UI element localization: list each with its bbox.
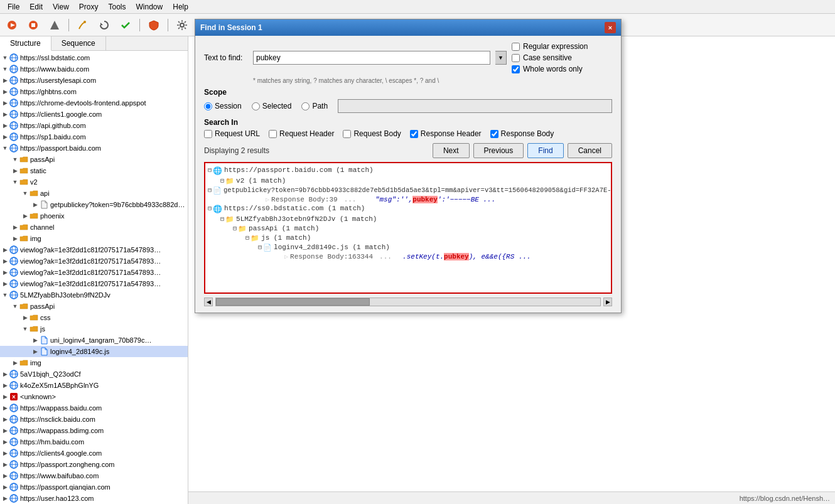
search-in-response-header: Response Header bbox=[410, 129, 482, 138]
find-dialog: Find in Session 1 × Text to find: ▼ Regu… bbox=[195, 19, 622, 313]
expand-icon-js[interactable]: ⊟ bbox=[245, 234, 249, 242]
dialog-body: Text to find: ▼ Regular expression Case … bbox=[195, 36, 621, 313]
request-body-label: Request Body bbox=[353, 129, 401, 138]
dialog-close-button[interactable]: × bbox=[605, 22, 616, 33]
response-icon-1: ▷ bbox=[266, 196, 269, 203]
scope-path-item: Path bbox=[301, 102, 328, 110]
request-url-label: Request URL bbox=[215, 129, 260, 138]
scroll-track[interactable] bbox=[215, 298, 601, 306]
result-file-gp-label: getpublickey?token=9b76cbbb4933c882de7eb… bbox=[224, 186, 612, 194]
whole-words-label: Whole words only bbox=[523, 65, 583, 73]
regular-expression-checkbox[interactable] bbox=[512, 43, 520, 51]
expand-icon-1[interactable]: ⊟ bbox=[208, 166, 212, 174]
folder-icon-5lmz: 📁 bbox=[225, 215, 234, 223]
whole-words-checkbox[interactable] bbox=[512, 65, 520, 73]
cancel-button[interactable]: Cancel bbox=[568, 143, 612, 158]
scope-selected-item: Selected bbox=[252, 102, 292, 110]
scope-radio-row: Session Selected Path bbox=[204, 99, 612, 113]
highlight-2: pubkey bbox=[444, 253, 469, 260]
whole-words-row: Whole words only bbox=[512, 65, 612, 73]
result-host-2[interactable]: ⊟ 🌐 https://ss0.bdstatic.com (1 match) bbox=[208, 204, 608, 215]
scope-path-radio[interactable] bbox=[301, 102, 310, 110]
search-in-request-body: Request Body bbox=[343, 129, 401, 138]
response-body-label: Response Body bbox=[501, 129, 554, 138]
expand-icon-passapi[interactable]: ⊟ bbox=[233, 225, 237, 232]
results-count: Displaying 2 results bbox=[204, 146, 269, 155]
response-header-label: Response Header bbox=[421, 129, 482, 138]
scope-session-label: Session bbox=[215, 102, 242, 110]
match-prefix-1: "msg":'', bbox=[358, 196, 412, 203]
regular-expression-row: Regular expression bbox=[512, 42, 612, 51]
expand-icon-5lmz[interactable]: ⊟ bbox=[220, 215, 224, 223]
match-prefix-2: .setKey(t. bbox=[394, 253, 444, 260]
scope-session-radio[interactable] bbox=[204, 102, 212, 110]
request-url-checkbox[interactable] bbox=[204, 130, 212, 138]
scope-selected-radio[interactable] bbox=[252, 102, 260, 110]
hint-text: * matches any string, ? matches any char… bbox=[253, 77, 612, 84]
next-button[interactable]: Next bbox=[433, 143, 470, 158]
result-folder-passapi-label: passApi (1 match) bbox=[249, 225, 319, 232]
dialog-overlay: Find in Session 1 × Text to find: ▼ Regu… bbox=[0, 0, 835, 504]
file-icon-loginv4: 📄 bbox=[263, 244, 272, 252]
result-response-1[interactable]: ▷ Response Body:39 ... "msg":'', pubkey … bbox=[208, 195, 608, 204]
btn-group: Next Previous Find Cancel bbox=[433, 143, 612, 158]
response-label-2: Response Body:163344 bbox=[290, 253, 373, 260]
ellipsis-2: ... bbox=[379, 253, 392, 260]
scope-section: Scope Session Selected Path bbox=[204, 88, 612, 113]
expand-icon-v2[interactable]: ⊟ bbox=[220, 177, 224, 185]
response-body-checkbox[interactable] bbox=[490, 130, 498, 138]
result-folder-js[interactable]: ⊟ 📁 js (1 match) bbox=[208, 233, 608, 243]
scroll-left-arrow[interactable]: ◀ bbox=[204, 298, 213, 306]
search-in-request-header: Request Header bbox=[269, 129, 334, 138]
previous-button[interactable]: Previous bbox=[473, 143, 524, 158]
scope-session-item: Session bbox=[204, 102, 242, 110]
result-file-loginv4[interactable]: ⊟ 📄 loginv4_2d8149c.js (1 match) bbox=[208, 243, 608, 252]
globe-icon-2: 🌐 bbox=[213, 205, 222, 214]
ellipsis-1: ... bbox=[344, 196, 357, 203]
result-file-getpublickey[interactable]: ⊟ 📄 getpublickey?token=9b76cbbb4933c882d… bbox=[208, 186, 608, 195]
globe-icon-1: 🌐 bbox=[213, 166, 222, 176]
scroll-right-arrow[interactable]: ▶ bbox=[603, 298, 612, 306]
scroll-thumb[interactable] bbox=[216, 298, 370, 306]
find-button[interactable]: Find bbox=[527, 143, 563, 158]
find-text-row: Text to find: ▼ Regular expression Case … bbox=[204, 42, 612, 73]
expand-icon-gp[interactable]: ⊟ bbox=[208, 186, 212, 194]
results-scrollbar: ◀ ▶ bbox=[204, 298, 612, 306]
request-body-checkbox[interactable] bbox=[343, 130, 351, 138]
search-in-request-url: Request URL bbox=[204, 129, 260, 138]
result-response-2[interactable]: ▷ Response Body:163344 ... .setKey(t. pu… bbox=[208, 252, 608, 261]
match-suffix-2: ), e&&e({RS ... bbox=[469, 253, 531, 260]
find-dropdown-button[interactable]: ▼ bbox=[495, 51, 507, 65]
search-in-section: Search In Request URL Request Header Req… bbox=[204, 118, 612, 138]
highlight-1: pubkey bbox=[412, 196, 438, 203]
scope-selected-label: Selected bbox=[262, 102, 292, 110]
result-host-1-label: https://passport.baidu.com (1 match) bbox=[224, 166, 374, 174]
search-in-response-body: Response Body bbox=[490, 129, 554, 138]
case-sensitive-label: Case sensitive bbox=[523, 53, 572, 62]
results-pane[interactable]: ⊟ 🌐 https://passport.baidu.com (1 match)… bbox=[204, 162, 612, 294]
checkboxes-area: Regular expression Case sensitive Whole … bbox=[512, 42, 612, 73]
search-in-label: Search In bbox=[204, 118, 612, 127]
find-text-input[interactable] bbox=[253, 51, 490, 65]
request-header-checkbox[interactable] bbox=[269, 130, 277, 138]
response-header-checkbox[interactable] bbox=[410, 130, 418, 138]
result-folder-js-label: js (1 match) bbox=[261, 234, 311, 242]
folder-icon-v2: 📁 bbox=[225, 177, 234, 185]
expand-icon-2[interactable]: ⊟ bbox=[208, 205, 212, 212]
result-host-2-label: https://ss0.bdstatic.com (1 match) bbox=[224, 205, 365, 212]
result-host-1[interactable]: ⊟ 🌐 https://passport.baidu.com (1 match) bbox=[208, 166, 608, 176]
result-folder-5lmz[interactable]: ⊟ 📁 5LMZfyabBhJ3otebn9fN2DJv (1 match) bbox=[208, 215, 608, 224]
scope-label: Scope bbox=[204, 88, 612, 97]
scope-path-label: Path bbox=[312, 102, 328, 110]
result-folder-passapi[interactable]: ⊟ 📁 passApi (1 match) bbox=[208, 224, 608, 233]
scope-path-input[interactable] bbox=[338, 99, 612, 113]
dialog-title: Find in Session 1 bbox=[200, 23, 262, 32]
result-folder-v2[interactable]: ⊟ 📁 v2 (1 match) bbox=[208, 176, 608, 186]
match-suffix-1: ':'−−−−−BE ... bbox=[438, 196, 495, 203]
result-folder-v2-label: v2 (1 match) bbox=[236, 177, 286, 185]
response-icon-2: ▷ bbox=[284, 253, 288, 260]
expand-icon-loginv4[interactable]: ⊟ bbox=[258, 244, 262, 251]
case-sensitive-checkbox[interactable] bbox=[512, 54, 520, 62]
request-header-label: Request Header bbox=[279, 129, 334, 138]
text-to-find-label: Text to find: bbox=[204, 53, 248, 62]
